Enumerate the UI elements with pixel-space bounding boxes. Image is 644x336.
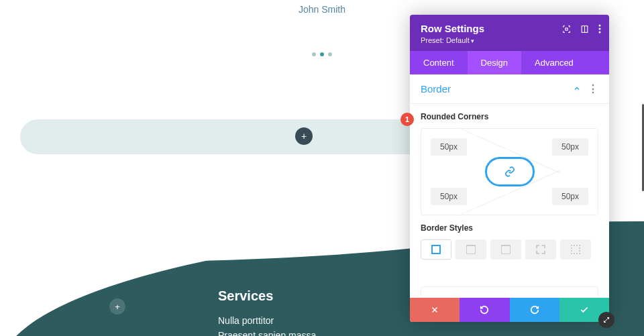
services-heading: Services xyxy=(218,288,316,304)
corner-top-right-input[interactable]: 50px xyxy=(552,138,588,156)
border-styles-group xyxy=(421,239,598,260)
close-icon xyxy=(431,306,439,314)
undo-icon xyxy=(480,305,489,315)
slider-dots xyxy=(312,52,332,56)
annotation-step-badge: 1 xyxy=(400,113,414,126)
tab-content[interactable]: Content xyxy=(410,51,468,74)
border-style-top[interactable] xyxy=(455,239,486,260)
redo-icon xyxy=(530,305,539,315)
section-options-icon[interactable]: ⋮ xyxy=(588,82,598,95)
svg-point-5 xyxy=(599,32,601,34)
border-style-right[interactable] xyxy=(490,239,521,260)
services-item: Nulla porttitor xyxy=(218,313,316,328)
focus-icon[interactable] xyxy=(562,25,571,34)
border-style-dashed[interactable] xyxy=(525,239,556,260)
tab-advanced[interactable]: Advanced xyxy=(521,51,587,74)
snap-icon[interactable] xyxy=(580,25,589,34)
panel-footer-actions xyxy=(410,298,609,322)
panel-tabs: Content Design Advanced xyxy=(410,51,609,74)
corners-link-toggle[interactable] xyxy=(485,157,535,186)
rounded-corners-label: Rounded Corners xyxy=(421,112,598,121)
services-item: Praesent sapien massa xyxy=(218,328,316,336)
add-module-button[interactable]: + xyxy=(295,127,313,145)
svg-point-4 xyxy=(599,28,601,30)
slider-dot-active[interactable] xyxy=(320,52,324,56)
redo-button[interactable] xyxy=(510,298,559,322)
chevron-up-icon[interactable] xyxy=(573,83,581,95)
link-icon xyxy=(504,166,515,177)
corner-top-left-input[interactable]: 50px xyxy=(431,138,467,156)
undo-button[interactable] xyxy=(460,298,509,322)
kebab-menu-icon[interactable] xyxy=(598,24,601,34)
services-column: Services Nulla porttitor Praesent sapien… xyxy=(218,288,316,336)
testimonial-author: John Smith xyxy=(0,4,644,15)
panel-resize-handle[interactable] xyxy=(598,312,614,328)
corner-bottom-right-input[interactable]: 50px xyxy=(552,188,588,205)
slider-dot[interactable] xyxy=(312,52,316,56)
border-style-all[interactable] xyxy=(421,239,451,260)
panel-body[interactable]: Rounded Corners 50px 50px 50px 50px Bord… xyxy=(410,104,609,298)
rounded-corners-control: 50px 50px 50px 50px xyxy=(421,128,598,215)
row-settings-panel: Row Settings Preset: Default Content Des… xyxy=(410,15,609,322)
border-styles-label: Border Styles xyxy=(421,223,598,233)
preset-dropdown[interactable]: Preset: Default xyxy=(421,36,598,44)
svg-point-3 xyxy=(599,25,601,27)
resize-icon xyxy=(602,316,610,324)
corner-bottom-left-input[interactable]: 50px xyxy=(431,188,467,205)
border-section-title: Border xyxy=(421,83,573,95)
svg-line-8 xyxy=(604,318,609,323)
tab-design[interactable]: Design xyxy=(468,51,521,74)
check-icon xyxy=(580,305,589,315)
cancel-button[interactable] xyxy=(410,298,460,322)
panel-header[interactable]: Row Settings Preset: Default xyxy=(410,15,609,51)
slider-dot[interactable] xyxy=(328,52,332,56)
border-section-header[interactable]: Border ⋮ xyxy=(410,74,609,104)
add-section-button[interactable]: + xyxy=(109,298,125,315)
border-style-dotted[interactable] xyxy=(560,239,591,260)
svg-rect-0 xyxy=(566,27,568,30)
